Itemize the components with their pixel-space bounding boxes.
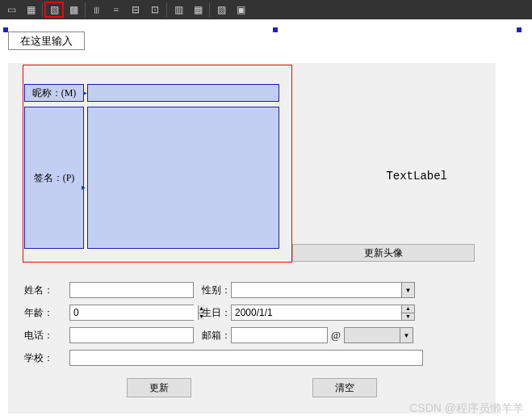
form-panel: 昵称：(M) ▸ 签名：(P) ▸ TextLabel 更新头像 姓名： 性别：… (8, 63, 496, 414)
email-domain-value (345, 328, 400, 342)
phone-label: 电话： (24, 329, 69, 342)
separator (166, 2, 167, 17)
email-label: 邮箱： (194, 329, 231, 342)
birthday-dateedit[interactable]: ▲ ▼ (231, 305, 415, 321)
spin-buttons: ▲ ▼ (401, 305, 414, 320)
tab-input-here[interactable]: 在这里输入 (8, 32, 85, 50)
tool-form-icon[interactable]: ▥ (169, 2, 188, 18)
selection-handle[interactable] (517, 27, 522, 32)
phone-input[interactable] (69, 327, 194, 343)
tool-vsplit-icon[interactable]: ⊡ (145, 2, 165, 18)
age-value[interactable] (70, 305, 198, 320)
birthday-label: 生日： (194, 306, 231, 320)
tool-icon[interactable]: ▨ (212, 2, 231, 18)
separator (209, 2, 210, 17)
tool-hsplit-icon[interactable]: ⊟ (126, 2, 145, 18)
email-user-input[interactable] (231, 327, 328, 343)
row-phone-email: 电话： 邮箱： @ ▼ (24, 326, 480, 344)
tool-icon[interactable]: ▣ (231, 2, 250, 18)
button-row: 更新 清空 (24, 378, 480, 397)
school-input[interactable] (69, 350, 423, 366)
tool-vlayout-icon[interactable]: ≡ (107, 2, 126, 18)
update-avatar-button[interactable]: 更新头像 (292, 244, 475, 262)
design-canvas: 在这里输入 昵称：(M) ▸ 签名：(P) ▸ TextLabel 更新头像 姓… (0, 19, 532, 416)
clear-button[interactable]: 清空 (312, 378, 377, 397)
tab-strip: 在这里输入 (8, 34, 85, 48)
tool-icon[interactable]: ▦ (21, 2, 40, 18)
tool-icon[interactable]: ▩ (64, 2, 83, 18)
gender-label: 性别： (194, 284, 231, 297)
age-spinbox[interactable]: ▲ ▼ (69, 305, 194, 321)
update-button[interactable]: 更新 (127, 378, 191, 397)
toolbar: ▭ ▦ ▧ ▩ ⫼ ≡ ⊟ ⊡ ▥ ▦ ▨ ▣ (0, 0, 532, 19)
gender-combo[interactable]: ▼ (231, 282, 415, 298)
row-age-birthday: 年龄： ▲ ▼ 生日： ▲ ▼ (24, 304, 480, 321)
tool-hlayout-icon[interactable]: ⫼ (87, 2, 107, 18)
chevron-down-icon[interactable]: ▼ (401, 283, 414, 297)
tool-icon[interactable]: ▭ (2, 2, 21, 18)
separator (42, 2, 43, 17)
signature-label: 签名：(P) (24, 107, 84, 249)
nickname-row: 昵称：(M) ▸ (24, 84, 480, 102)
school-label: 学校： (24, 351, 69, 365)
name-input[interactable] (69, 282, 194, 298)
birthday-value[interactable] (232, 305, 401, 320)
gender-value (232, 283, 401, 297)
nickname-input[interactable] (87, 84, 279, 102)
spin-down-icon[interactable]: ▼ (402, 313, 414, 321)
name-label: 姓名： (24, 284, 69, 297)
chevron-down-icon[interactable]: ▼ (400, 328, 413, 342)
separator (85, 2, 86, 17)
row-name-gender: 姓名： 性别： ▼ (24, 281, 480, 299)
age-label: 年龄： (24, 306, 69, 320)
at-sign: @ (328, 329, 344, 342)
email-domain-combo[interactable]: ▼ (344, 327, 413, 343)
nickname-label: 昵称：(M) (24, 84, 84, 102)
watermark: CSDN @程序员懒羊羊 (409, 401, 524, 416)
spin-up-icon[interactable]: ▲ (402, 305, 414, 313)
tool-grid-icon[interactable]: ▦ (188, 2, 207, 18)
signature-input[interactable] (87, 107, 279, 249)
row-school: 学校： (24, 349, 480, 367)
selection-handle[interactable] (273, 27, 278, 32)
spacer-icon: ▸ (82, 183, 86, 191)
text-label: TextLabel (386, 170, 447, 183)
tool-break-layout-icon[interactable]: ▧ (44, 2, 64, 18)
